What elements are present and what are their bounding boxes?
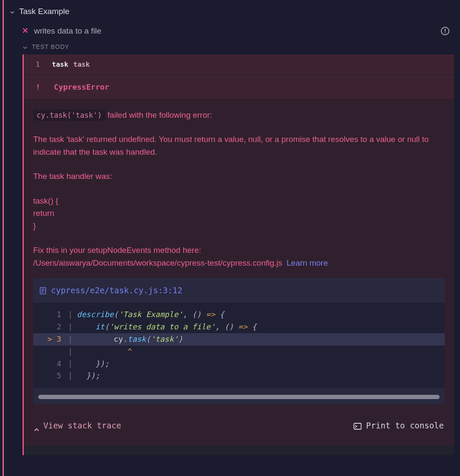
code-line-caret: | ^: [33, 346, 445, 358]
handler-line: }: [33, 220, 445, 232]
terminal-icon: [353, 422, 362, 430]
error-header-row: ! CypressError: [24, 75, 454, 99]
svg-rect-7: [354, 423, 361, 429]
error-handler-code: task() { return }: [33, 195, 445, 232]
code-line: 2| it('writes data to a file', () => {: [33, 321, 445, 333]
config-path: /Users/aiswarya/Documents/workspace/cypr…: [33, 258, 282, 267]
code-frame: cypress/e2e/task.cy.js:3:12 1|describe('…: [33, 278, 445, 404]
test-body-header[interactable]: TEST BODY: [4, 40, 460, 54]
view-stack-label: View stack trace: [43, 419, 121, 432]
command-row[interactable]: 1 task task: [24, 54, 454, 75]
fail-x-icon: [23, 28, 28, 34]
suite-header[interactable]: Task Example: [4, 0, 460, 23]
error-failed-msg: failed with the following error:: [105, 110, 212, 119]
chevron-down-icon: [23, 44, 28, 49]
code-frame-file: cypress/e2e/task.cy.js:3:12: [51, 284, 182, 297]
error-marker-icon: !: [36, 82, 40, 91]
error-handler-intro: The task handler was:: [33, 170, 445, 182]
command-arg: task: [74, 60, 90, 68]
error-footer: View stack trace Print to console: [33, 404, 445, 441]
svg-rect-2: [445, 33, 446, 34]
error-explanation: The task 'task' returned undefined. You …: [33, 133, 445, 158]
command-number: 1: [36, 60, 40, 68]
horizontal-scrollbar[interactable]: [38, 395, 440, 399]
alert-circle-icon[interactable]: [440, 26, 450, 36]
test-row[interactable]: writes data to a file: [4, 23, 460, 40]
test-body-label: TEST BODY: [32, 43, 69, 50]
code-line: 1|describe('Task Example', () => {: [33, 309, 445, 321]
view-stack-trace-button[interactable]: View stack trace: [34, 419, 121, 432]
print-console-label: Print to console: [366, 419, 444, 432]
code-line: 4| });: [33, 358, 445, 370]
learn-more-link[interactable]: Learn more: [287, 258, 328, 267]
command-panel: 1 task task ! CypressError cy.task('task…: [23, 54, 454, 446]
file-icon: [39, 287, 47, 295]
error-body: cy.task('task') failed with the followin…: [24, 99, 454, 446]
handler-line: return: [33, 207, 445, 219]
inline-code: cy.task('task'): [33, 110, 105, 121]
handler-line: task() {: [33, 195, 445, 207]
error-type: CypressError: [54, 82, 109, 91]
code-line-highlight: > 3| cy.task('task'): [33, 333, 445, 346]
chevron-down-icon: [10, 9, 15, 14]
suite-title: Task Example: [19, 7, 69, 16]
code-frame-header[interactable]: cypress/e2e/task.cy.js:3:12: [33, 278, 445, 303]
panel-bottom: [23, 446, 454, 455]
command-name: task: [52, 60, 68, 68]
svg-rect-1: [445, 29, 446, 32]
code-lines: 1|describe('Task Example', () => { 2| it…: [33, 303, 445, 388]
print-to-console-button[interactable]: Print to console: [353, 419, 444, 432]
error-fix-msg: Fix this in your setupNodeEvents method …: [33, 244, 445, 256]
test-title: writes data to a file: [34, 26, 101, 36]
chevron-right-icon: [34, 423, 39, 428]
code-line: 5| });: [33, 370, 445, 382]
